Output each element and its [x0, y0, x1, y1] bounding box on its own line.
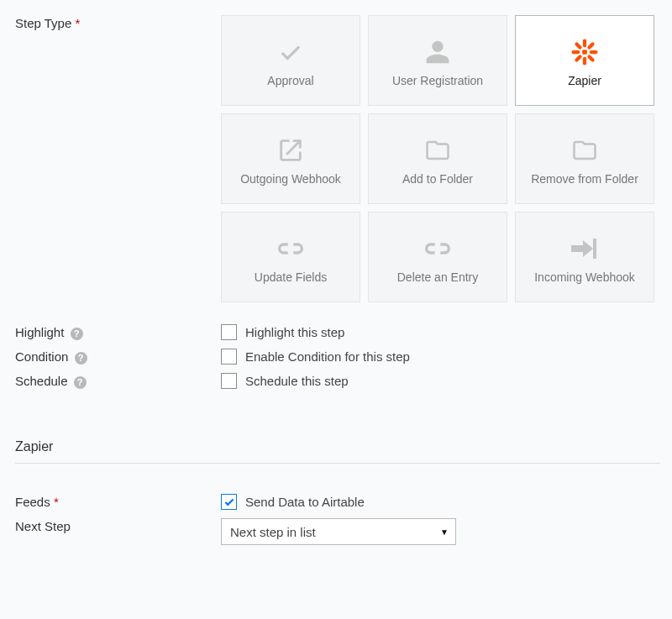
zapier-icon [570, 34, 599, 71]
svg-rect-8 [587, 55, 596, 63]
folder-icon [570, 132, 600, 169]
highlight-label: Highlight ? [15, 324, 221, 340]
folder-icon [423, 132, 453, 169]
schedule-checkbox-label[interactable]: Schedule this step [245, 374, 349, 388]
svg-rect-2 [583, 57, 586, 66]
svg-rect-6 [574, 55, 582, 63]
condition-checkbox[interactable] [221, 349, 237, 365]
step-type-approval[interactable]: Approval [221, 15, 360, 106]
svg-rect-7 [574, 41, 582, 50]
svg-rect-9 [593, 239, 596, 259]
step-type-add-to-folder[interactable]: Add to Folder [368, 113, 507, 204]
user-icon [424, 34, 451, 71]
svg-rect-0 [582, 50, 587, 55]
help-icon[interactable]: ? [74, 376, 87, 389]
arrow-in-icon [570, 230, 600, 267]
step-type-outgoing-webhook[interactable]: Outgoing Webhook [221, 113, 360, 204]
chevron-down-icon: ▼ [440, 527, 449, 537]
feeds-checkbox[interactable] [221, 494, 237, 510]
step-type-update-fields[interactable]: Update Fields [221, 212, 360, 302]
zapier-section-title: Zapier [15, 439, 660, 464]
svg-rect-4 [590, 50, 598, 54]
highlight-checkbox[interactable] [221, 324, 237, 340]
svg-rect-3 [571, 50, 580, 54]
next-step-label: Next Step [15, 518, 221, 533]
link-icon [421, 230, 454, 267]
svg-rect-1 [583, 39, 586, 47]
step-type-incoming-webhook[interactable]: Incoming Webhook [515, 212, 654, 302]
help-icon[interactable]: ? [75, 352, 87, 365]
highlight-checkbox-label[interactable]: Highlight this step [245, 325, 344, 339]
schedule-label: Schedule ? [15, 373, 221, 389]
help-icon[interactable]: ? [71, 328, 83, 340]
feeds-checkbox-label[interactable]: Send Data to Airtable [245, 495, 365, 509]
check-icon [275, 34, 307, 71]
next-step-select[interactable]: Next step in list ▼ [221, 518, 456, 545]
schedule-checkbox[interactable] [221, 373, 237, 389]
step-type-remove-from-folder[interactable]: Remove from Folder [515, 113, 654, 204]
condition-label: Condition ? [15, 349, 221, 365]
feeds-label: Feeds * [15, 494, 221, 509]
step-type-label: Step Type * [15, 15, 221, 30]
step-type-grid: Approval User Registration Zapier Outgoi… [221, 15, 660, 302]
svg-rect-5 [587, 41, 596, 50]
step-type-zapier[interactable]: Zapier [515, 15, 654, 106]
step-type-user-registration[interactable]: User Registration [368, 15, 507, 106]
link-icon [274, 230, 307, 267]
step-type-delete-entry[interactable]: Delete an Entry [368, 212, 507, 302]
external-link-icon [276, 132, 305, 169]
condition-checkbox-label[interactable]: Enable Condition for this step [245, 349, 410, 364]
